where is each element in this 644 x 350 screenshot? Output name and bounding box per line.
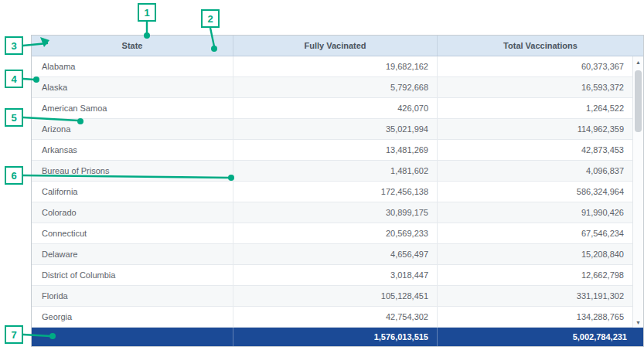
- column-header-state[interactable]: State: [32, 36, 233, 56]
- annotation-callout-1: 1: [138, 3, 156, 22]
- annotation-callout-6: 6: [5, 166, 23, 185]
- total-vaccinations-cell: 114,962,359: [437, 119, 632, 139]
- state-cell: Connecticut: [32, 223, 233, 243]
- fully-vaccinated-cell: 105,128,451: [233, 286, 437, 306]
- state-cell: District of Columbia: [32, 265, 233, 285]
- table-row[interactable]: Connecticut20,569,23367,546,234: [32, 223, 632, 244]
- total-vaccinations-cell: 4,096,837: [437, 161, 632, 181]
- total-vaccinations-cell: 67,546,234: [437, 223, 632, 243]
- scroll-down-icon[interactable]: ▼: [633, 317, 643, 328]
- state-cell: Alabama: [32, 56, 233, 76]
- state-cell: Bureau of Prisons: [32, 161, 233, 181]
- total-vaccinations-cell: 42,873,453: [437, 140, 632, 160]
- state-cell: Delaware: [32, 244, 233, 264]
- state-cell: Arizona: [32, 119, 233, 139]
- table-header-row: State Fully Vacinated Total Vaccinations: [32, 36, 643, 56]
- table-rows: Alabama19,682,16260,373,367Alaska5,792,6…: [32, 56, 632, 328]
- total-fully-vaccinated-cell: 1,576,013,515: [233, 328, 437, 346]
- total-vaccinations-cell: 91,990,426: [437, 202, 632, 223]
- total-vaccinations-cell: 12,662,798: [437, 265, 632, 285]
- table-body-wrap: Alabama19,682,16260,373,367Alaska5,792,6…: [32, 56, 643, 328]
- total-vaccinations-cell: 16,593,372: [437, 77, 632, 97]
- column-header-fully-vaccinated[interactable]: Fully Vacinated: [233, 36, 437, 56]
- annotation-callout-7: 7: [5, 325, 23, 344]
- table-row[interactable]: American Samoa426,0701,264,522: [32, 98, 632, 119]
- fully-vaccinated-cell: 13,481,269: [233, 140, 437, 160]
- annotation-callout-5: 5: [5, 108, 23, 127]
- fully-vaccinated-cell: 4,656,497: [233, 244, 437, 264]
- data-table: State Fully Vacinated Total Vaccinations…: [31, 35, 644, 347]
- state-cell: Georgia: [32, 307, 233, 327]
- fully-vaccinated-cell: 172,456,138: [233, 182, 437, 202]
- table-row[interactable]: Arizona35,021,994114,962,359: [32, 119, 632, 140]
- state-cell: Florida: [32, 286, 233, 306]
- state-cell: Alaska: [32, 77, 233, 97]
- fully-vaccinated-cell: 19,682,162: [233, 56, 437, 76]
- table-row[interactable]: Georgia42,754,302134,288,765: [32, 307, 632, 328]
- state-cell: American Samoa: [32, 98, 233, 118]
- scrollbar-thumb[interactable]: [635, 70, 642, 132]
- state-cell: Colorado: [32, 202, 233, 223]
- column-header-total-vaccinations[interactable]: Total Vaccinations: [437, 36, 643, 56]
- total-state-cell: [32, 328, 233, 346]
- scroll-up-icon[interactable]: ▲: [633, 56, 643, 67]
- total-vaccinations-cell: 15,208,840: [437, 244, 632, 264]
- state-cell: California: [32, 182, 233, 202]
- annotation-callout-4: 4: [5, 70, 23, 88]
- table-row[interactable]: Florida105,128,451331,191,302: [32, 286, 632, 307]
- fully-vaccinated-cell: 42,754,302: [233, 307, 437, 327]
- state-cell: Arkansas: [32, 140, 233, 160]
- total-vaccinations-cell: 5,002,784,231: [437, 328, 643, 346]
- table-row[interactable]: California172,456,138586,324,964: [32, 182, 632, 202]
- table-row[interactable]: Delaware4,656,49715,208,840: [32, 244, 632, 265]
- fully-vaccinated-cell: 30,899,175: [233, 202, 437, 223]
- table-row[interactable]: Arkansas13,481,26942,873,453: [32, 140, 632, 161]
- total-vaccinations-cell: 60,373,367: [437, 56, 632, 76]
- fully-vaccinated-cell: 3,018,447: [233, 265, 437, 285]
- table-row[interactable]: District of Columbia3,018,44712,662,798: [32, 265, 632, 286]
- annotation-callout-3: 3: [5, 36, 23, 55]
- total-vaccinations-cell: 586,324,964: [437, 182, 632, 202]
- table-total-row: 1,576,013,515 5,002,784,231: [32, 328, 643, 346]
- total-vaccinations-cell: 134,288,765: [437, 307, 632, 327]
- fully-vaccinated-cell: 20,569,233: [233, 223, 437, 243]
- scrollbar-track[interactable]: [633, 67, 643, 317]
- table-row[interactable]: Bureau of Prisons1,481,6024,096,837: [32, 161, 632, 182]
- fully-vaccinated-cell: 5,792,668: [233, 77, 437, 97]
- total-vaccinations-cell: 1,264,522: [437, 98, 632, 118]
- annotation-callout-2: 2: [201, 9, 220, 28]
- fully-vaccinated-cell: 35,021,994: [233, 119, 437, 139]
- table-row[interactable]: Colorado30,899,17591,990,426: [32, 202, 632, 223]
- fully-vaccinated-cell: 1,481,602: [233, 161, 437, 181]
- fully-vaccinated-cell: 426,070: [233, 98, 437, 118]
- table-row[interactable]: Alabama19,682,16260,373,367: [32, 56, 632, 77]
- total-vaccinations-cell: 331,191,302: [437, 286, 632, 306]
- table-row[interactable]: Alaska5,792,66816,593,372: [32, 77, 632, 98]
- vertical-scrollbar[interactable]: ▲ ▼: [632, 56, 643, 328]
